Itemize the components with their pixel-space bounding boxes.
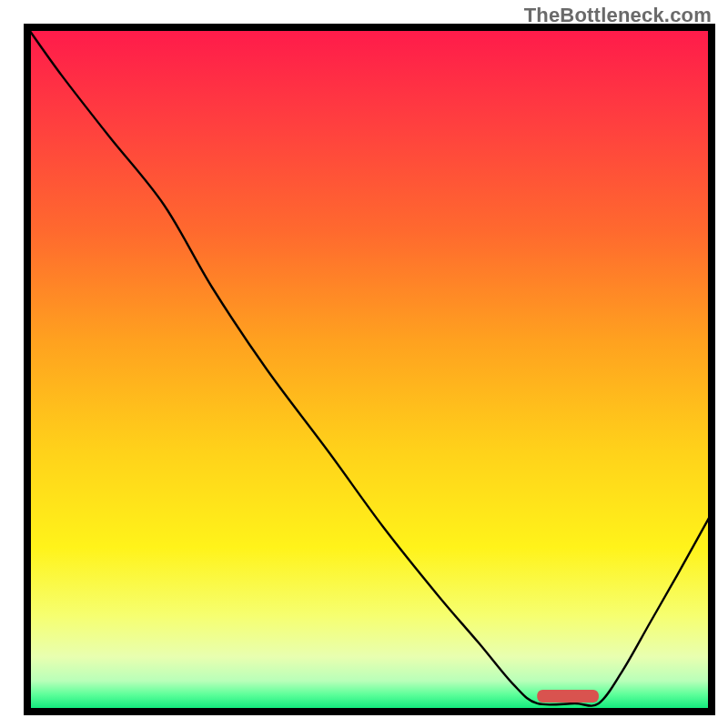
bottleneck-chart bbox=[0, 0, 728, 728]
optimum-marker bbox=[537, 690, 599, 703]
plot-background bbox=[27, 27, 712, 712]
watermark-text: TheBottleneck.com bbox=[524, 4, 712, 27]
chart-container: TheBottleneck.com bbox=[0, 0, 728, 728]
